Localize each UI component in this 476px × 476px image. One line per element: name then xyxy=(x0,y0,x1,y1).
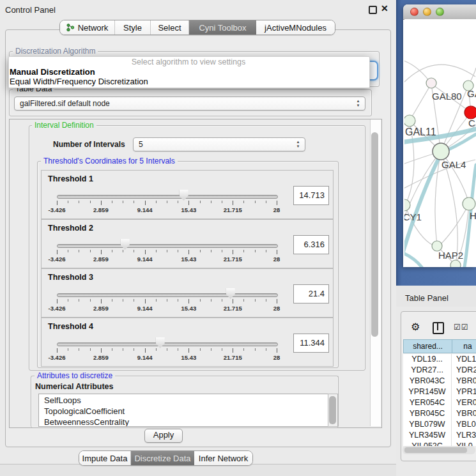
node-label: GAL11 xyxy=(405,127,436,137)
table-row[interactable]: YBR045CYBR0 xyxy=(403,408,476,419)
table-rows: YDL19...YDL1 YDR27...YDR2 YBR043CYBR0 YP… xyxy=(403,354,476,446)
threshold-2-value[interactable]: 6.316 xyxy=(293,235,329,254)
node-gal80[interactable] xyxy=(426,78,436,88)
slider-thumb[interactable] xyxy=(226,288,235,299)
threshold-1-value[interactable]: 14.713 xyxy=(293,186,329,205)
node-label: GCY1 xyxy=(404,211,422,222)
node-label: GA xyxy=(467,88,476,99)
minimize-traffic-light-icon[interactable] xyxy=(423,8,431,16)
tab-jactivemnodules-label: jActiveMNodules xyxy=(265,23,326,33)
list-item[interactable]: TopologicalCoefficient xyxy=(39,406,328,417)
list-item[interactable]: BetweennessCentrality xyxy=(39,417,328,427)
apply-button[interactable]: Apply xyxy=(144,429,183,443)
node-h[interactable] xyxy=(463,197,475,210)
split-view-icon[interactable] xyxy=(433,322,444,334)
network-canvas[interactable]: GAL80 GA C GAL11 GAL4 GCY1 H HAP2 xyxy=(404,19,476,267)
threshold-2-row: Threshold 2 -3.4262.8599.14415.4321.7152… xyxy=(41,219,334,268)
tab-impute-data[interactable]: Impute Data xyxy=(79,451,131,465)
table-row[interactable]: YIL052CYIL0 xyxy=(403,441,476,446)
threshold-1-label: Threshold 1 xyxy=(48,174,93,183)
interval-definition-title: Interval Definition xyxy=(32,121,96,130)
list-item[interactable]: SelfLoops xyxy=(39,394,328,406)
node-gal4[interactable] xyxy=(433,143,449,160)
tab-discretize-data[interactable]: Discretize Data xyxy=(131,451,194,465)
table-data-combobox[interactable]: galFiltered.sif default node ▲▼ xyxy=(14,96,365,111)
number-of-intervals-value: 5 xyxy=(139,140,143,149)
panel-title: Control Panel xyxy=(5,5,56,15)
threshold-3-value[interactable]: 21.4 xyxy=(293,284,329,303)
table-row[interactable]: YER054CYER0 xyxy=(403,397,476,408)
table-row[interactable]: YPR145WYPR1 xyxy=(403,387,476,397)
node-label: GAL4 xyxy=(441,159,466,170)
tab-cyni-toolbox[interactable]: Cyni Toolbox xyxy=(189,20,256,35)
tab-style[interactable]: Style xyxy=(115,20,151,35)
node-gal11[interactable] xyxy=(404,115,415,127)
screen: Control Panel ✕ Network Style Select Cyn… xyxy=(0,0,476,476)
table-row[interactable]: YBR043CYBR0 xyxy=(403,376,476,387)
threshold-3-row: Threshold 3 -3.4262.8599.14415.4321.7152… xyxy=(41,268,334,318)
slider-tick-labels: -3.4262.8599.14415.4321.71528 xyxy=(57,305,277,312)
node-label: HAP2 xyxy=(438,250,463,261)
popup-item-manual-discretization[interactable]: Manual Discretization xyxy=(10,67,95,77)
slider-track[interactable] xyxy=(57,195,278,199)
threshold-4-slider[interactable]: -3.4262.8599.14415.4321.71528 xyxy=(57,334,277,363)
close-traffic-light-icon[interactable] xyxy=(410,8,418,16)
table-data-combobox-value: galFiltered.sif default node xyxy=(20,99,110,108)
table-row[interactable]: YDR27...YDR2 xyxy=(403,365,476,376)
slider-track[interactable] xyxy=(57,293,278,297)
node-label: GAL80 xyxy=(432,91,462,102)
slider-track[interactable] xyxy=(57,244,278,248)
tab-style-label: Style xyxy=(123,23,142,33)
close-icon[interactable]: ✕ xyxy=(381,3,388,13)
threshold-3-label: Threshold 3 xyxy=(48,273,93,282)
node-bottom[interactable] xyxy=(450,260,461,267)
network-window-titlebar[interactable] xyxy=(403,4,476,20)
combo-stepper-icon: ▲▼ xyxy=(295,140,301,149)
threshold-1-slider[interactable]: -3.4262.8599.14415.4321.71528 xyxy=(57,186,277,215)
checkbox-icons[interactable]: ☑☑ xyxy=(454,323,469,332)
threshold-2-label: Threshold 2 xyxy=(48,224,93,233)
slider-thumb[interactable] xyxy=(156,337,165,348)
scrollbar-thumb[interactable] xyxy=(371,132,378,337)
list-scrollbar-thumb[interactable] xyxy=(329,396,336,424)
popup-item-equal-width-frequency[interactable]: Equal Width/Frequency Discretization xyxy=(10,77,148,86)
slider-tick-labels: -3.4262.8599.14415.4321.71528 xyxy=(57,256,277,263)
zoom-traffic-light-icon[interactable] xyxy=(436,8,444,16)
tab-select[interactable]: Select xyxy=(151,20,189,35)
tab-jactivemnodules[interactable]: jActiveMNodules xyxy=(256,20,335,35)
threshold-2-slider[interactable]: -3.4262.8599.14415.4321.71528 xyxy=(57,235,277,265)
slider-tick-labels: -3.4262.8599.14415.4321.71528 xyxy=(57,206,277,214)
node-gcy1[interactable] xyxy=(404,199,410,211)
node-red-selected[interactable] xyxy=(464,106,476,119)
gear-icon[interactable]: ⚙ xyxy=(411,321,420,333)
numerical-attributes-list[interactable]: SelfLoops TopologicalCoefficient Between… xyxy=(38,394,328,427)
table-row[interactable]: YBL079WYBL0 xyxy=(403,419,476,430)
slider-ticks xyxy=(57,299,277,304)
table-row[interactable]: YLR345WYLR3 xyxy=(403,430,476,441)
slider-track[interactable] xyxy=(57,342,278,346)
float-window-icon[interactable] xyxy=(369,6,377,14)
threshold-1-row: Threshold 1 -3.4262.8599.14415.4321.7152… xyxy=(41,170,334,219)
bottom-tab-strip: Impute Data Discretize Data Infer Networ… xyxy=(79,450,253,466)
top-tab-strip: Network Style Select Cyni Toolbox jActiv… xyxy=(59,20,335,35)
slider-tick-labels: -3.4262.8599.14415.4321.71528 xyxy=(57,354,277,362)
slider-thumb[interactable] xyxy=(121,239,130,250)
slider-ticks xyxy=(57,348,277,353)
numerical-attributes-label: Numerical Attributes xyxy=(35,382,113,391)
network-graph: GAL80 GA C GAL11 GAL4 GCY1 H HAP2 xyxy=(404,19,476,267)
column-header-name[interactable]: na xyxy=(452,339,476,353)
threshold-3-slider[interactable]: -3.4262.8599.14415.4321.71528 xyxy=(57,284,277,314)
table-row[interactable]: YDL19...YDL1 xyxy=(403,354,476,365)
algorithm-placeholder: Select algorithm to view settings xyxy=(8,58,369,66)
column-header-shared[interactable]: shared... xyxy=(403,339,452,353)
attributes-group-title: Attributes to discretize xyxy=(35,372,115,380)
tab-network[interactable]: Network xyxy=(60,20,115,35)
thresholds-group-title: Threshold's Coordinates for 5 Intervals xyxy=(41,157,178,165)
node-label: H xyxy=(470,210,476,221)
slider-thumb[interactable] xyxy=(180,190,188,201)
number-of-intervals-combobox[interactable]: 5 ▲▼ xyxy=(133,137,305,151)
table-hscrollbar-thumb[interactable] xyxy=(404,447,467,453)
threshold-4-value[interactable]: 11.344 xyxy=(293,334,329,353)
node-label: C xyxy=(468,118,475,128)
tab-infer-network[interactable]: Infer Network xyxy=(194,451,252,465)
